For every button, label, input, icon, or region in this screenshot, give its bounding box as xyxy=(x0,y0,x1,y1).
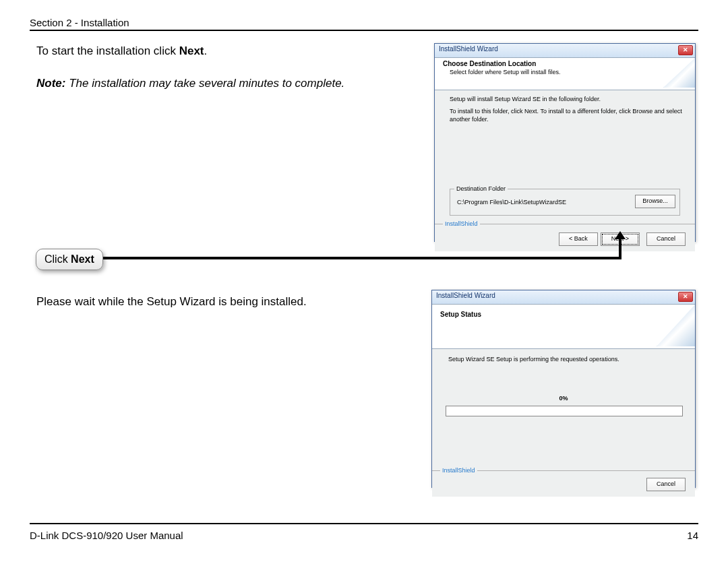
dialog-footer: InstallShield < Back Next > Cancel xyxy=(435,224,695,251)
status-line: Setup Wizard SE Setup is performing the … xyxy=(448,356,681,363)
dialog-header: Choose Destination Location Select folde… xyxy=(435,58,695,90)
installshield-label: InstallShield xyxy=(443,220,480,227)
cancel-button[interactable]: Cancel xyxy=(646,478,686,491)
rule-top xyxy=(30,30,698,31)
connector-line-v xyxy=(619,238,621,259)
connector-line-h xyxy=(100,257,619,259)
note-rest: The installation may take several minute… xyxy=(65,77,344,90)
callout-pre: Click xyxy=(44,253,71,265)
text: To start the installation click xyxy=(36,44,179,57)
text: . xyxy=(204,44,208,57)
dialog-title: InstallShield Wizard xyxy=(439,45,498,53)
instruction-wait: Please wait while the Setup Wizard is be… xyxy=(36,295,307,309)
progress-percent: 0% xyxy=(432,395,695,402)
cancel-button[interactable]: Cancel xyxy=(646,232,686,246)
back-button[interactable]: < Back xyxy=(559,232,598,246)
instruction-start: To start the installation click Next. xyxy=(36,44,207,58)
fieldset-label: Destination Folder xyxy=(454,185,508,192)
header-title: Setup Status xyxy=(440,311,688,318)
footer-page-number: 14 xyxy=(687,530,698,541)
manual-page: Section 2 - Installation To start the in… xyxy=(0,0,728,562)
callout-bold: Next xyxy=(71,253,94,265)
section-header: Section 2 - Installation xyxy=(30,17,129,28)
dialog-body: Setup Wizard SE Setup is performing the … xyxy=(432,349,695,470)
destination-path: C:\Program Files\D-Link\SetupWizardSE xyxy=(457,199,566,206)
click-next-callout: Click Next xyxy=(36,249,103,270)
footer-manual-name: D-Link DCS-910/920 User Manual xyxy=(30,530,183,541)
dialog-footer: InstallShield Cancel xyxy=(432,470,695,497)
body-line-1: Setup will install Setup Wizard SE in th… xyxy=(450,96,684,102)
install-wizard-dest-dialog: InstallShield Wizard ✕ Choose Destinatio… xyxy=(434,43,696,242)
dialog-titlebar: InstallShield Wizard ✕ xyxy=(435,44,695,58)
progress-bar xyxy=(446,406,683,416)
text-bold: Next xyxy=(179,44,204,57)
destination-folder-fieldset: Destination Folder C:\Program Files\D-Li… xyxy=(450,189,680,216)
browse-button[interactable]: Browse... xyxy=(635,195,675,208)
note-bold: Note: xyxy=(36,77,65,90)
dialog-body: Setup will install Setup Wizard SE in th… xyxy=(435,90,695,224)
close-icon[interactable]: ✕ xyxy=(678,292,693,302)
connector-arrow-icon xyxy=(615,231,626,239)
installshield-label: InstallShield xyxy=(440,467,477,474)
dialog-titlebar: InstallShield Wizard ✕ xyxy=(432,290,695,305)
dialog-header: Setup Status xyxy=(432,305,695,349)
header-title: Choose Destination Location xyxy=(443,60,688,67)
instruction-note: Note: The installation may take several … xyxy=(36,77,344,90)
install-wizard-status-dialog: InstallShield Wizard ✕ Setup Status Setu… xyxy=(431,290,696,488)
close-icon[interactable]: ✕ xyxy=(678,45,693,55)
rule-bottom xyxy=(30,523,698,524)
body-line-2: To install to this folder, click Next. T… xyxy=(450,108,684,123)
header-subtitle: Select folder where Setup will install f… xyxy=(450,69,688,75)
dialog-title: InstallShield Wizard xyxy=(436,292,495,299)
